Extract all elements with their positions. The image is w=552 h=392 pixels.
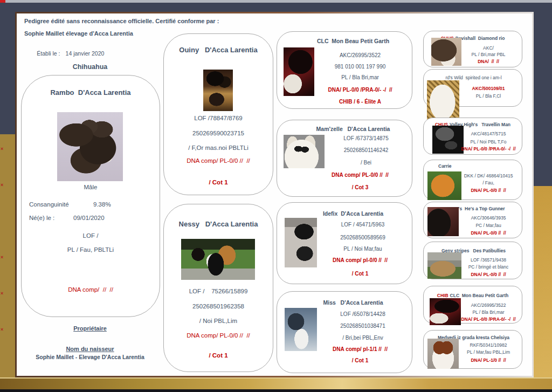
cotation: / Cot 3	[313, 184, 408, 190]
pedigree-page: Pedigree édité sans reconnaissance offic…	[17, 13, 532, 376]
background-gold-bottom	[0, 377, 552, 389]
dna-status: DNA comp/ PL-0/0 // //	[164, 157, 273, 164]
subject-photo	[57, 112, 123, 181]
greatgrandparent-card: Geny stripes Des Patibullies LOF /36571/…	[423, 242, 522, 279]
page-frame: Pedigree édité sans reconnaissance offic…	[15, 12, 534, 377]
cotation: / Cot 1	[313, 357, 408, 363]
dog-name-text: rd's Wild spirited one i am-l	[445, 75, 501, 80]
broken-image-marker: ×	[1, 327, 6, 332]
microchip-number: 981 010 001 197 990	[313, 64, 408, 70]
sire-card: Ouiny D'Acca Larentia LOF /78847/8769 25…	[163, 33, 273, 195]
coat-color: PL / Bri,mar PBL	[457, 52, 520, 57]
coat-color: PL / Noi Mar,fau	[318, 246, 408, 252]
pedigree-screen: × × × × × Pedigree édité sans reconnaiss…	[0, 0, 552, 392]
grandparent-card: Miss D'Acca Larentia LOF /65078/14428 25…	[277, 291, 412, 373]
dog-photo	[181, 239, 255, 280]
registration-number: RKF/50341/10982	[457, 342, 520, 348]
certifier-line: Sophie Maillet élevage d'Acca Larentia	[24, 30, 133, 38]
greatgrandparent-card: Heaven's He's a Top Gunner AKC/30646/393…	[423, 202, 522, 238]
dna-status: DNA/ PL-0/0 /PRA-0/- -/ //	[457, 317, 520, 322]
dog-photo	[284, 135, 325, 168]
coat-color: PL / Mar,fau PBL,Lim	[457, 349, 520, 355]
registration-number: AKC/	[457, 45, 520, 51]
dna-status: DNA comp/ pl-0/0 // //	[313, 257, 408, 263]
microchip-number: 250269590023715	[164, 130, 273, 136]
coat-color: / Fau,	[457, 180, 520, 185]
dna-status: DNA/ PL-0/0 // //	[457, 188, 520, 193]
dog-name: rd's Wild spirited one i am-l	[426, 75, 520, 80]
registration-number: LOF /78847/8769	[164, 115, 273, 121]
coat-color: PL / Noi PBL T,Fo	[457, 139, 520, 145]
greatgrandparent-card: rd's Wild spirited one i am-l AKC/500109…	[423, 69, 522, 107]
date-established: Établi le :14 janvier 2020	[24, 43, 104, 64]
birthdate-value: 09/01/2020	[73, 214, 105, 222]
greatgrandparent-card: Carrie DKK / DK/ 46864/10415 / Fau, DNA/…	[423, 160, 522, 200]
birthdate-label: Né(e) le :	[29, 214, 54, 222]
registration-number: LOF /	[22, 232, 160, 239]
dog-photo	[427, 339, 459, 369]
dog-name-text: CLC Mon Beau Petit Garth	[450, 293, 509, 298]
broken-image-marker: ×	[1, 255, 6, 260]
cotation: / Cot 1	[164, 352, 273, 359]
dog-photo	[427, 171, 461, 200]
dna-status: DNA comp/ PL-0/0 // //	[313, 172, 408, 178]
dna-status: DNA/ // //	[457, 59, 520, 64]
coat-color: PC / Mar,fau	[457, 223, 520, 228]
breeder-name: Sophie Maillet - Elevage D'Acca Larentia	[17, 354, 163, 361]
dna-status: DNA comp/ PL-0/0 // //	[164, 332, 273, 339]
microchip-number: 250268501962358	[164, 303, 273, 310]
window-top-red-marker	[0, 0, 5, 3]
subject-card: Rambo D'Acca Larentia Mâle Consanguinité…	[21, 75, 160, 317]
coat-color: PL / Bla Bri,mar	[457, 310, 520, 315]
dna-status: DNA/ PL-0/0 /PRA-0/- -/ //	[313, 87, 408, 93]
registration-number: LOF /36571/9438	[457, 257, 520, 263]
greatgrandparent-card: CHUSDavishall Diamond rio AKC/ PL / Bri,…	[423, 31, 522, 67]
dog-photo	[427, 252, 461, 279]
dog-name: Carrie	[426, 163, 520, 169]
dna-status: DNA comp/ // //	[22, 286, 160, 293]
dog-photo	[427, 207, 459, 236]
pedigree-notice: Pedigree édité sans reconnaissance offic…	[24, 18, 219, 25]
champion-prefix: CHIB	[437, 293, 448, 298]
coat-color: / Bri,bei PBL,Env	[318, 335, 408, 341]
registration-number: LOF /65078/14428	[318, 311, 408, 317]
dog-name: Idefix D'Acca Larentia	[299, 210, 408, 217]
cotation: CHIB / 6 - Élite A	[313, 99, 408, 105]
registration-number: AKC/48147/5715	[457, 131, 520, 136]
registration-number: LOF / 75266/15899	[164, 288, 273, 294]
dog-photo	[285, 218, 317, 267]
registration-number: DKK / DK/ 46864/10415	[457, 173, 520, 178]
dog-photo	[284, 47, 314, 96]
cotation: / Cot 1	[164, 179, 273, 185]
grandparent-card: Idefix D'Acca Larentia LOF / 45471/5963 …	[277, 202, 412, 284]
dog-name: CLC Mon Beau Petit Garth	[299, 38, 408, 44]
date-label: Établi le :	[37, 50, 60, 57]
registration-number: AKC/30646/3935	[457, 215, 520, 221]
subject-name: Rambo D'Acca Larentia	[22, 88, 160, 97]
dam-card: Nessy D'Acca Larentia LOF / 75266/15899 …	[163, 204, 273, 372]
greatgrandparent-card: CHIBCLC Mon Beau Petit Garth AKC/26995/3…	[423, 286, 522, 324]
dog-photo	[203, 70, 233, 111]
dog-name-text: Davishall Diamond rio	[456, 36, 505, 41]
dog-name-text: Carrie	[438, 163, 452, 169]
broken-image-marker: ×	[1, 183, 6, 188]
dna-status: DNA comp/ pl-1/1 // //	[313, 346, 408, 352]
date-value: 14 janvier 2020	[66, 50, 105, 57]
background-bottom-edge	[0, 389, 552, 392]
dna-status: DNA/ PL-0/0 // //	[457, 230, 520, 236]
sex-label: Mâle	[22, 183, 160, 191]
dna-status: DNA/ PL-0/0 // //	[457, 272, 520, 277]
dog-photo	[430, 298, 461, 325]
registration-number: LOF /67373/14875	[325, 135, 408, 141]
grandparent-card: CLC Mon Beau Petit Garth AKC/26995/3522 …	[277, 31, 412, 109]
coat-color: / Bei	[325, 160, 408, 166]
coat-color: PL / Bla F,Cl	[457, 93, 520, 99]
registration-number: AKC/500109/01	[457, 86, 520, 91]
dog-name: CHIBCLC Mon Beau Petit Garth	[426, 293, 520, 298]
dna-status: DNA/ PL-1/0 // //	[457, 357, 520, 363]
dog-name: Miss D'Acca Larentia	[299, 299, 408, 306]
background-gold-right	[534, 186, 552, 392]
breed-title: Chihuahua	[21, 63, 159, 72]
consanguinity-value: 9.38%	[93, 201, 111, 208]
dog-photo	[285, 308, 317, 351]
